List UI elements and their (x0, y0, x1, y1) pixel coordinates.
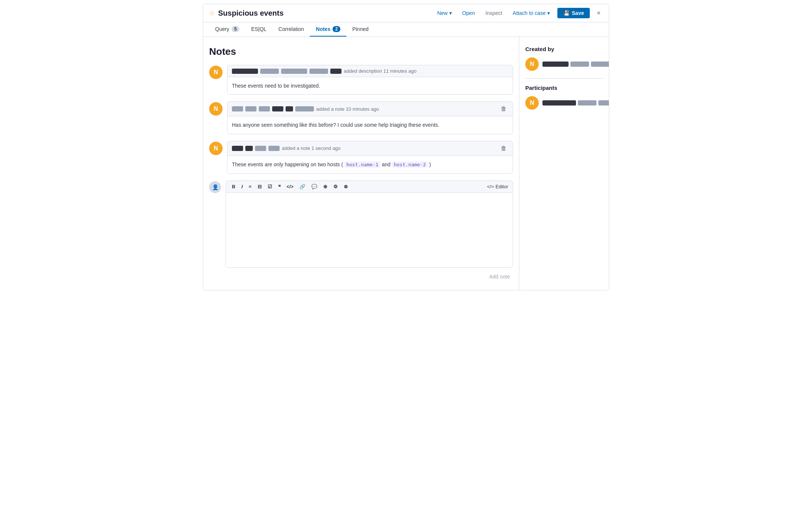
note-body-2: Has anyone seen something like this befo… (227, 116, 513, 133)
editor-body[interactable] (226, 193, 513, 267)
close-button[interactable]: × (594, 9, 603, 18)
created-by-title: Created by (525, 46, 603, 52)
tab-query[interactable]: Query 5 (209, 22, 245, 37)
redacted-username-1d (309, 69, 328, 74)
add-note-button[interactable]: Add note (486, 272, 513, 281)
redacted-username-1e (330, 69, 342, 74)
save-disk-icon: 💾 (563, 10, 570, 16)
redacted-username-1a (232, 69, 258, 74)
editor-card: B I ≡ ⊟ ☑ ❝ </> 🔗 💬 ⊕ ⚙ ⊗ (226, 180, 513, 268)
delete-note-3-button[interactable]: 🗑 (499, 144, 508, 152)
note-item-2: N added a note 10 minutes ago 🗑 (209, 101, 513, 134)
host-tag-2[interactable]: host.name-2 (392, 161, 428, 168)
note-meta-3: added a note 1 second ago (282, 145, 341, 151)
open-button[interactable]: Open (459, 9, 478, 18)
sidebar-redacted-1b (570, 62, 589, 67)
person-icon: 👤 (212, 184, 218, 190)
ordered-list-button[interactable]: ⊟ (256, 183, 263, 190)
add-note-row: Add note (209, 272, 513, 281)
participant-avatar: N (525, 96, 539, 110)
redacted-3c (255, 146, 266, 151)
redacted-username-1c (281, 69, 307, 74)
sidebar-redacted-2a (542, 100, 576, 106)
save-button[interactable]: 💾 Save (557, 8, 590, 18)
editor-toolbar: B I ≡ ⊟ ☑ ❝ </> 🔗 💬 ⊕ ⚙ ⊗ (226, 181, 513, 193)
page-title: Notes (209, 46, 513, 57)
attach-chevron-icon: ▾ (547, 10, 550, 16)
editor-avatar: 👤 (209, 181, 221, 193)
delete-note-2-button[interactable]: 🗑 (499, 105, 508, 113)
tabs-bar: Query 5 ES|QL Correlation Notes 2 Pinned (203, 22, 609, 37)
page-header-title: Suspicious events (218, 9, 284, 18)
link-button[interactable]: 🔗 (298, 183, 307, 190)
redacted-2c (259, 106, 270, 111)
header-left: ☆ Suspicious events (209, 9, 284, 18)
redacted-username-1b (260, 69, 279, 74)
note-body-3: These events are only happening on two h… (227, 156, 513, 173)
inspect-button[interactable]: Inspect (482, 9, 505, 18)
main-content: Notes N added description 11 minutes ago (203, 37, 609, 290)
note-header-3: added a note 1 second ago 🗑 (227, 141, 513, 156)
header: ☆ Suspicious events New ▾ Open Inspect A… (203, 4, 609, 22)
attach-to-case-button[interactable]: Attach to case ▾ (510, 9, 553, 18)
italic-button[interactable]: I (240, 183, 244, 190)
participants-user-row: N (525, 96, 603, 110)
participants-title: Participants (525, 85, 603, 91)
code-button[interactable]: </> (285, 183, 295, 190)
avatar-note1: N (209, 66, 223, 79)
checkbox-button[interactable]: ☑ (266, 183, 274, 190)
note-header-2: added a note 10 minutes ago 🗑 (227, 102, 513, 116)
redacted-2e (286, 106, 293, 111)
redacted-3b (245, 146, 253, 151)
tab-pinned[interactable]: Pinned (346, 22, 375, 37)
host-tag-1[interactable]: host.name-1 (344, 161, 380, 168)
bold-button[interactable]: B (230, 183, 237, 190)
redacted-2a (232, 106, 243, 111)
mention-button[interactable]: ⊕ (322, 183, 329, 190)
star-icon[interactable]: ☆ (209, 9, 215, 17)
sidebar-redacted-1c (591, 62, 609, 67)
sidebar-divider (525, 78, 603, 79)
redacted-3a (232, 146, 243, 151)
notes-area: Notes N added description 11 minutes ago (203, 37, 519, 290)
note-card-2: added a note 10 minutes ago 🗑 Has anyone… (227, 101, 513, 134)
sidebar: Created by N Participants N (519, 37, 609, 290)
tab-esql[interactable]: ES|QL (245, 22, 273, 37)
new-chevron-icon: ▾ (449, 10, 452, 16)
editor-wrapper: 👤 B I ≡ ⊟ ☑ ❝ </> 🔗 💬 (209, 180, 513, 268)
note-header-1: added description 11 minutes ago (227, 65, 513, 77)
header-right: New ▾ Open Inspect Attach to case ▾ 💾 Sa… (434, 8, 603, 18)
sidebar-redacted-1a (542, 62, 569, 67)
editor-mode[interactable]: </> Editor (487, 184, 508, 189)
quote-button[interactable]: ❝ (277, 183, 282, 190)
created-by-avatar: N (525, 57, 539, 71)
avatar-note3: N (209, 142, 223, 155)
created-by-user-row: N (525, 57, 603, 71)
sidebar-redacted-2c (598, 100, 609, 106)
note-meta-1: added description 11 minutes ago (344, 68, 416, 74)
redacted-2d (272, 106, 283, 111)
settings1-button[interactable]: ⚙ (332, 183, 339, 190)
note-item-3: N added a note 1 second ago 🗑 The (209, 141, 513, 174)
note-card-1: added description 11 minutes ago These e… (227, 65, 513, 95)
redacted-3d (268, 146, 280, 151)
code-icon: </> (487, 184, 494, 189)
new-button[interactable]: New ▾ (434, 9, 455, 18)
tab-correlation[interactable]: Correlation (273, 22, 310, 37)
redacted-2b (245, 106, 256, 111)
comment-button[interactable]: 💬 (310, 183, 319, 190)
note-meta-2: added a note 10 minutes ago (316, 106, 379, 112)
settings2-button[interactable]: ⊗ (342, 183, 349, 190)
avatar-note2: N (209, 102, 223, 116)
note-item-1: N added description 11 minutes ago These… (209, 65, 513, 95)
sidebar-redacted-2b (578, 100, 597, 106)
note-card-3: added a note 1 second ago 🗑 These events… (227, 141, 513, 174)
bullet-list-button[interactable]: ≡ (247, 183, 253, 190)
redacted-2f (295, 106, 314, 111)
tab-notes[interactable]: Notes 2 (310, 22, 346, 37)
note-body-1: These events need to be investigated. (227, 77, 513, 94)
